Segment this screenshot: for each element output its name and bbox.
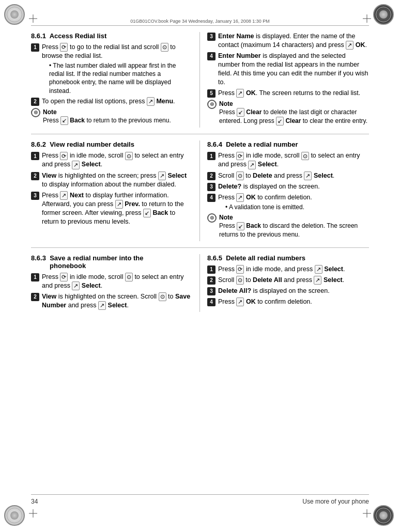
main-content: 8.6.1 Access Redial list 1 Press ⟳ to go…: [31, 32, 369, 493]
key-ok: ↗: [236, 298, 244, 306]
list-item: 1 Press ⟳ in idle mode, scroll ⊙ to sele…: [31, 273, 192, 290]
note-content: NotePress ↙ Back to return to the previo…: [43, 108, 171, 125]
key-clear: ↙: [237, 108, 244, 117]
step-content: Enter Name is displayed. Enter the name …: [218, 32, 369, 50]
list-item: 3 Press ↗ Next to display further inform…: [31, 191, 192, 226]
header-text: 01GB01COV.book Page 34 Wednesday, Januar…: [130, 19, 270, 24]
crosshair-bl: [29, 509, 37, 518]
key-scroll: ⊙: [236, 276, 244, 285]
key-select: ↗: [248, 161, 256, 169]
key-redial: ⟳: [60, 273, 68, 281]
footer-right-text: Use more of your phone: [302, 498, 369, 505]
key-back: ↙: [237, 222, 244, 231]
step-content: Scroll ⊙ to Delete All and press ↗ Selec…: [218, 276, 369, 285]
row-middle: 8.6.2 View redial number details 1 Press…: [31, 140, 369, 247]
step-content: Press ⟳ in idle mode, scroll ⊙ to select…: [218, 151, 369, 169]
step-content: Press ↗ OK to confirm deletion. A valida…: [218, 193, 369, 211]
step-badge: 3: [207, 183, 216, 191]
key-back: ↙: [60, 116, 68, 125]
corner-decoration-tl: [4, 4, 27, 27]
note-icon: ⊜: [207, 213, 217, 223]
list-item: 3 Delete All? is displayed on the screen…: [207, 287, 369, 295]
section-861: 8.6.1 Access Redial list 1 Press ⟳ to go…: [31, 32, 200, 128]
list-item: 2 View is highlighted on the screen. Scr…: [31, 292, 192, 310]
row-top: 8.6.1 Access Redial list 1 Press ⟳ to go…: [31, 32, 369, 134]
step-content: Press ⟳ to go to the redial list and scr…: [42, 43, 192, 95]
section-863-title: 8.6.3 Save a redial number into the phon…: [31, 254, 192, 270]
key-select: ↗: [304, 171, 312, 180]
step-content: Press ↗ OK to confirm deletion.: [218, 298, 369, 306]
step-badge: 3: [207, 33, 216, 41]
key-select: ↗: [314, 276, 321, 285]
key-select: ↗: [72, 281, 80, 290]
section-861-right-list: 3 Enter Name is displayed. Enter the nam…: [207, 32, 369, 98]
page-number: 34: [31, 498, 38, 505]
header-bar: 01GB01COV.book Page 34 Wednesday, Januar…: [31, 19, 369, 26]
key-ok: ↗: [346, 41, 353, 50]
key-scroll: ⊙: [236, 171, 244, 180]
corner-decoration-tr: [373, 4, 396, 27]
key-prev: ↗: [115, 200, 123, 209]
note-content: NotePress ↙ Clear to delete the last dig…: [219, 100, 369, 126]
step-content: Delete? is displayed on the screen.: [218, 182, 369, 191]
crosshair-br: [363, 509, 371, 518]
sub-bullet: The last number dialed will appear first…: [42, 61, 192, 95]
step-badge: 2: [31, 98, 39, 106]
step-badge: 1: [207, 265, 216, 274]
list-item: 2 Scroll ⊙ to Delete and press ↗ Select.: [207, 171, 369, 180]
section-861-right: 3 Enter Name is displayed. Enter the nam…: [200, 32, 369, 128]
list-item: 4 Press ↗ OK to confirm deletion.: [207, 298, 369, 306]
key-next: ↗: [60, 191, 68, 200]
step-content: Press ⟳ in idle mode, and press ↗ Select…: [218, 265, 369, 274]
step-badge: 2: [31, 172, 39, 180]
step-content: Press ⟳ in idle mode, scroll ⊙ to select…: [42, 273, 192, 290]
note-861-right: ⊜ NotePress ↙ Clear to delete the last d…: [207, 100, 369, 126]
key-ok: ↗: [236, 193, 244, 202]
step-badge: 1: [31, 273, 39, 281]
key-select: ↗: [158, 171, 166, 180]
step-content: View is highlighted on the screen. Scrol…: [42, 292, 192, 310]
list-item: 1 Press ⟳ in idle mode, and press ↗ Sele…: [207, 265, 369, 274]
key-scroll: ⊙: [125, 152, 133, 161]
key-select: ↗: [72, 161, 80, 169]
corner-decoration-br: [373, 505, 396, 528]
step-badge: 4: [207, 194, 216, 202]
key-back: ↙: [143, 209, 151, 217]
note-icon: ⊜: [207, 100, 217, 109]
step-content: Scroll ⊙ to Delete and press ↗ Select.: [218, 171, 369, 180]
step-badge: 4: [207, 298, 216, 306]
list-item: 1 Press ⟳ in idle mode, scroll ⊙ to sele…: [207, 151, 369, 169]
list-item: 2 Scroll ⊙ to Delete All and press ↗ Sel…: [207, 276, 369, 285]
key-select: ↗: [98, 301, 106, 310]
step-content: Enter Number is displayed and the select…: [218, 52, 369, 87]
note-864: ⊜ NotePress ↙ Back to discard the deleti…: [207, 213, 369, 239]
section-861-title: 8.6.1 Access Redial list: [31, 32, 192, 40]
step-badge: 3: [31, 192, 39, 200]
footer-bar: 34 Use more of your phone: [31, 494, 369, 505]
step-content: To open the redial list options, press ↗…: [42, 97, 192, 106]
section-865-title: 8.6.5 Delete all redial numbers: [207, 254, 369, 262]
section-865-list: 1 Press ⟳ in idle mode, and press ↗ Sele…: [207, 265, 369, 306]
key-clear2: ↙: [276, 117, 284, 126]
step-badge: 4: [207, 52, 216, 60]
step-badge: 1: [207, 152, 216, 160]
key-scroll: ⊙: [159, 292, 166, 301]
step-badge: 3: [207, 287, 216, 295]
key-scroll: ⊙: [125, 273, 133, 281]
step-badge: 2: [31, 293, 39, 301]
note-861: ⊜ NotePress ↙ Back to return to the prev…: [31, 108, 192, 125]
list-item: 1 Press ⟳ to go to the redial list and s…: [31, 43, 192, 95]
list-item: 4 Enter Number is displayed and the sele…: [207, 52, 369, 87]
step-badge: 1: [31, 152, 39, 160]
section-864: 8.6.4 Delete a redial number 1 Press ⟳ i…: [200, 140, 369, 241]
key-redial: ⟳: [60, 152, 68, 161]
corner-decoration-bl: [4, 505, 27, 528]
section-863: 8.6.3 Save a redial number into the phon…: [31, 254, 200, 312]
step-badge: 1: [31, 43, 39, 52]
list-item: 2 To open the redial list options, press…: [31, 97, 192, 106]
step-badge: 5: [207, 89, 216, 98]
key-redial: ⟳: [236, 152, 244, 161]
list-item: 3 Enter Name is displayed. Enter the nam…: [207, 32, 369, 50]
section-863-list: 1 Press ⟳ in idle mode, scroll ⊙ to sele…: [31, 273, 192, 310]
step-content: View is highlighted on the screen; press…: [42, 171, 192, 189]
